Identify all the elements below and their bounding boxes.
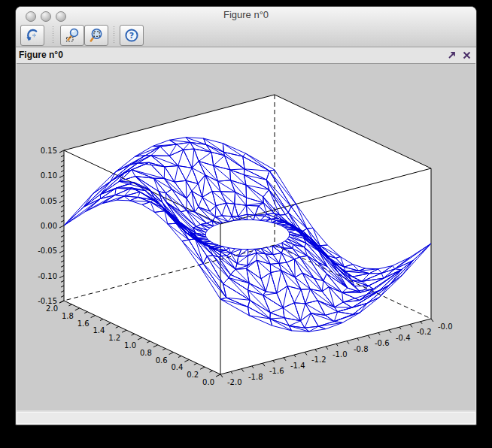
svg-text:-0.4: -0.4 <box>396 334 411 342</box>
svg-text:0.4: 0.4 <box>171 363 183 371</box>
svg-text:-0.2: -0.2 <box>417 328 432 336</box>
status-bar <box>17 412 475 424</box>
help-button[interactable]: ? <box>120 25 144 46</box>
desktop: { "window": { "title": "Figure n°0" }, "… <box>0 0 492 448</box>
toolbar-separator <box>113 26 114 44</box>
figure-window: Figure n°0 <box>15 6 477 425</box>
svg-text:-0.0: -0.0 <box>438 322 453 331</box>
svg-text:-0.8: -0.8 <box>354 345 369 353</box>
svg-text:0.0: 0.0 <box>202 378 214 386</box>
svg-text:1.8: 1.8 <box>62 312 74 320</box>
svg-text:-2.0: -2.0 <box>227 378 242 386</box>
svg-text:-0.05: -0.05 <box>38 247 57 255</box>
panel-title: Figure n°0 <box>19 50 63 60</box>
window-title: Figure n°0 <box>16 9 476 20</box>
zoom-fit-button[interactable] <box>84 25 108 46</box>
rotate-button[interactable] <box>20 25 44 46</box>
svg-text:-0.10: -0.10 <box>38 272 57 280</box>
figure-canvas[interactable]: 0.150.100.050.00-0.05-0.10-0.152.01.81.6… <box>17 63 475 410</box>
toolbar-separator <box>52 26 53 44</box>
svg-text:0.2: 0.2 <box>187 371 199 379</box>
svg-text:-1.4: -1.4 <box>290 362 305 370</box>
svg-text:-0.6: -0.6 <box>375 339 390 347</box>
help-icon: ? <box>123 27 140 44</box>
window-chrome: Figure n°0 <box>16 7 476 47</box>
svg-text:?: ? <box>129 31 134 41</box>
svg-text:1.2: 1.2 <box>108 334 120 342</box>
svg-text:-1.0: -1.0 <box>333 350 348 359</box>
svg-text:1.6: 1.6 <box>77 319 90 328</box>
toolbar: ? <box>16 25 476 47</box>
zoom-area-button[interactable] <box>60 25 84 46</box>
undock-arrow-icon <box>447 50 457 60</box>
zoom-area-icon <box>64 27 80 44</box>
svg-text:1.0: 1.0 <box>124 341 136 350</box>
zoom-fit-icon <box>88 27 105 44</box>
svg-text:0.05: 0.05 <box>41 197 57 205</box>
svg-text:1.4: 1.4 <box>93 326 105 334</box>
mesh3d-plot[interactable]: 0.150.100.050.00-0.05-0.10-0.152.01.81.6… <box>17 64 475 410</box>
close-x-icon <box>462 50 472 60</box>
svg-text:0.10: 0.10 <box>41 171 57 180</box>
svg-text:0.15: 0.15 <box>41 147 57 155</box>
svg-text:2.0: 2.0 <box>46 304 58 313</box>
titlebar[interactable]: Figure n°0 <box>16 7 476 23</box>
svg-text:-1.6: -1.6 <box>269 367 284 375</box>
svg-text:0.8: 0.8 <box>140 349 152 357</box>
panel-close-button[interactable] <box>462 50 472 60</box>
svg-text:-1.2: -1.2 <box>311 356 326 364</box>
panel-header: Figure n°0 <box>16 47 476 63</box>
svg-text:0.6: 0.6 <box>156 356 168 365</box>
svg-text:-1.8: -1.8 <box>248 373 263 381</box>
rotate-icon <box>24 27 41 44</box>
undock-button[interactable] <box>447 50 457 60</box>
svg-text:0.00: 0.00 <box>41 222 57 230</box>
